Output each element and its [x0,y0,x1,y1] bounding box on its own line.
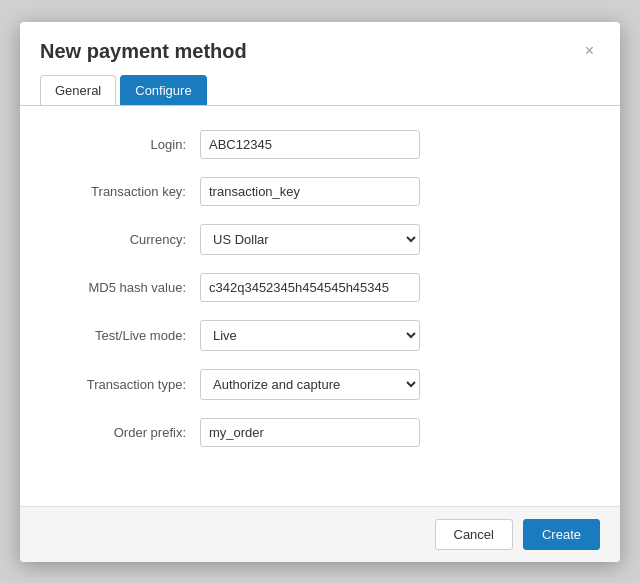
md5-hash-label: MD5 hash value: [40,280,200,295]
dialog-title: New payment method [40,40,247,63]
dialog-header: New payment method × [20,22,620,75]
transaction-type-label: Transaction type: [40,377,200,392]
currency-label: Currency: [40,232,200,247]
order-prefix-row: Order prefix: [40,418,600,447]
create-button[interactable]: Create [523,519,600,550]
test-live-mode-label: Test/Live mode: [40,328,200,343]
currency-select[interactable]: US Dollar Euro GBP [200,224,420,255]
cancel-button[interactable]: Cancel [435,519,513,550]
transaction-key-input[interactable] [200,177,420,206]
transaction-type-select[interactable]: Authorize and capture Authorize only [200,369,420,400]
tab-configure[interactable]: Configure [120,75,206,105]
order-prefix-input[interactable] [200,418,420,447]
login-row: Login: [40,130,600,159]
dialog: New payment method × General Configure L… [20,22,620,562]
test-live-mode-select[interactable]: Live Test [200,320,420,351]
currency-row: Currency: US Dollar Euro GBP [40,224,600,255]
transaction-key-row: Transaction key: [40,177,600,206]
transaction-type-row: Transaction type: Authorize and capture … [40,369,600,400]
test-live-mode-row: Test/Live mode: Live Test [40,320,600,351]
form-body: Login: Transaction key: Currency: US Dol… [20,106,620,506]
close-button[interactable]: × [579,41,600,61]
md5-hash-input[interactable] [200,273,420,302]
transaction-key-label: Transaction key: [40,184,200,199]
tab-general[interactable]: General [40,75,116,105]
md5-hash-row: MD5 hash value: [40,273,600,302]
order-prefix-label: Order prefix: [40,425,200,440]
tabs-bar: General Configure [20,75,620,106]
login-input[interactable] [200,130,420,159]
dialog-footer: Cancel Create [20,506,620,562]
login-label: Login: [40,137,200,152]
